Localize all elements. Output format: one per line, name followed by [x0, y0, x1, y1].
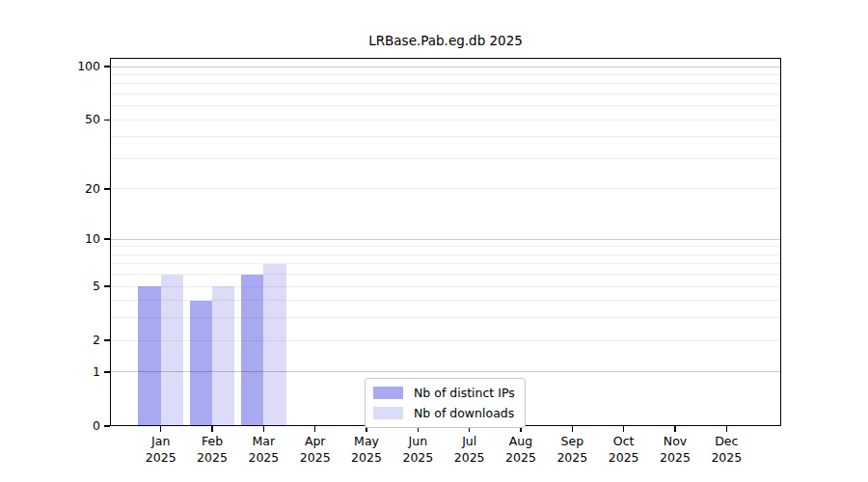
- y-tick: [104, 285, 110, 287]
- x-tick-label-jun: Jun 2025: [389, 434, 447, 466]
- y-tick: [104, 188, 110, 190]
- legend-row: Nb of distinct IPs: [373, 386, 515, 400]
- x-tick: [263, 426, 265, 432]
- x-tick: [160, 426, 162, 432]
- x-tick: [572, 426, 574, 432]
- y-tick: [104, 371, 110, 373]
- y-tick: [104, 238, 110, 240]
- x-tick-label-may: May 2025: [338, 434, 395, 466]
- bar-mar-downloads: [263, 264, 285, 426]
- y-tick: [104, 339, 110, 341]
- legend-label: Nb of downloads: [414, 406, 514, 420]
- x-tick: [211, 426, 213, 432]
- y-tick: [104, 66, 110, 67]
- y-tick-label: 0: [0, 418, 100, 434]
- legend-label: Nb of distinct IPs: [414, 386, 515, 400]
- y-tick-label: 20: [0, 181, 100, 197]
- y-tick-label: 50: [0, 112, 100, 127]
- minor-gridline: [110, 158, 781, 159]
- x-tick-label-aug: Aug 2025: [492, 434, 550, 466]
- x-tick: [674, 426, 676, 432]
- y-tick-label: 100: [0, 59, 100, 74]
- bar-jan-downloads: [161, 275, 183, 426]
- legend-row: Nb of downloads: [373, 406, 515, 420]
- major-gridline: [110, 371, 781, 372]
- major-gridline: [110, 67, 781, 67]
- y-tick-label: 5: [0, 279, 100, 294]
- chart-title: LRBase.Pab.eg.db 2025: [110, 33, 781, 52]
- y-tick-label: 2: [0, 333, 100, 348]
- x-tick-label-nov: Nov 2025: [646, 434, 704, 466]
- x-tick-label-apr: Apr 2025: [286, 434, 344, 466]
- bar-feb-distinct-ips: [190, 301, 212, 426]
- bar-feb-downloads: [212, 286, 234, 426]
- minor-gridline: [110, 188, 781, 189]
- x-tick-label-feb: Feb 2025: [183, 434, 241, 466]
- minor-gridline: [110, 74, 781, 75]
- x-tick: [623, 426, 625, 432]
- y-tick: [104, 425, 110, 427]
- y-tick-label: 10: [0, 231, 100, 247]
- x-tick: [726, 426, 728, 432]
- minor-gridline: [110, 317, 781, 318]
- x-tick-label-sep: Sep 2025: [543, 434, 601, 466]
- y-tick-label: 1: [0, 364, 100, 380]
- minor-gridline: [110, 263, 781, 264]
- minor-gridline: [110, 254, 781, 255]
- minor-gridline: [110, 94, 781, 94]
- x-tick-label-jan: Jan 2025: [132, 434, 190, 466]
- x-tick: [314, 426, 316, 432]
- legend: Nb of distinct IPsNb of downloads: [365, 378, 526, 428]
- x-tick-label-jul: Jul 2025: [441, 434, 499, 466]
- legend-swatch-downloads: [373, 407, 403, 419]
- figure: LRBase.Pab.eg.db 2025 Nb of distinct IPs…: [0, 0, 868, 482]
- major-gridline: [110, 239, 781, 240]
- x-tick-label-mar: Mar 2025: [234, 434, 292, 466]
- minor-gridline: [110, 300, 781, 301]
- legend-swatch-distinct-ips: [373, 387, 403, 399]
- minor-gridline: [110, 340, 781, 341]
- y-tick: [104, 120, 110, 121]
- minor-gridline: [110, 136, 781, 137]
- bar-mar-distinct-ips: [241, 275, 263, 426]
- x-tick-label-dec: Dec 2025: [697, 434, 755, 466]
- minor-gridline: [110, 83, 781, 84]
- minor-gridline: [110, 120, 781, 120]
- bar-jan-distinct-ips: [138, 286, 160, 426]
- minor-gridline: [110, 246, 781, 247]
- minor-gridline: [110, 274, 781, 275]
- minor-gridline: [110, 286, 781, 287]
- plot-area: Nb of distinct IPsNb of downloads: [110, 58, 781, 426]
- x-tick-label-oct: Oct 2025: [595, 434, 653, 466]
- minor-gridline: [110, 105, 781, 106]
